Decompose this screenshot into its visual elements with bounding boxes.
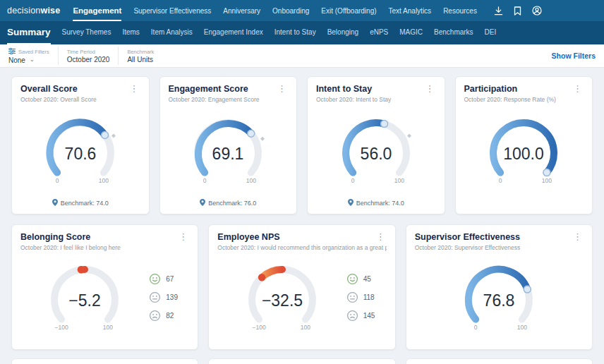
subnav-item-belonging[interactable]: Belonging	[327, 21, 358, 44]
topnav-item-onboarding[interactable]: Onboarding	[272, 0, 309, 21]
gauge-knob	[524, 286, 531, 293]
benchmark-text: Benchmark: 74.0	[356, 200, 404, 207]
stat-count: 45	[363, 275, 371, 283]
gauge-svg: −32.5−100100	[229, 260, 335, 335]
stat-sad: 82	[149, 310, 178, 322]
card-subtitle: October 2020: I feel like I belong here	[20, 244, 189, 251]
subnav-item-enps[interactable]: eNPS	[370, 21, 388, 44]
gauge-knob	[380, 120, 387, 127]
card-subtitle: October 2020: I would recommend this org…	[217, 244, 386, 251]
smiley-happy-icon	[346, 273, 358, 285]
kebab-menu-icon[interactable]: ⋮	[276, 84, 288, 93]
dashboard-content: Overall Score ⋮ October 2020: Overall Sc…	[0, 68, 604, 364]
card-row-3-partial	[11, 358, 593, 364]
card-participation: Participation ⋮ October 2020: Response R…	[455, 76, 593, 214]
kebab-menu-icon[interactable]: ⋮	[572, 84, 584, 93]
gauge-min-label: 0	[203, 176, 207, 183]
topnav-item-anniversary[interactable]: Anniversary	[223, 0, 260, 21]
stat-sad: 145	[346, 310, 375, 322]
gauge-value: 56.0	[360, 145, 392, 163]
kebab-menu-icon[interactable]: ⋮	[572, 232, 584, 241]
brand-logo-light: decision	[7, 6, 40, 16]
subnav-item-benchmarks[interactable]: Benchmarks	[434, 21, 473, 44]
gauge-min-label: 0	[351, 176, 354, 183]
kebab-menu-icon[interactable]: ⋮	[375, 232, 387, 241]
sentiment-stats: 67 139 82	[149, 273, 178, 322]
show-filters-link[interactable]: Show Filters	[552, 51, 596, 60]
subnav-item-survey-themes[interactable]: Survey Themes	[62, 21, 111, 44]
benchmark-text: Benchmark: 76.0	[208, 200, 256, 207]
brand-logo[interactable]: decisionwise	[7, 6, 60, 16]
kebab-menu-icon[interactable]: ⋮	[424, 84, 436, 93]
subnav-item-engagement-index[interactable]: Engagement Index	[204, 21, 263, 44]
benchmark-marker	[407, 133, 411, 138]
stat-happy: 45	[346, 273, 375, 285]
card-row-2: Belonging Score ⋮ October 2020: I feel l…	[11, 224, 593, 350]
gauge-min-label: 0	[55, 176, 59, 183]
stat-count: 145	[363, 312, 375, 320]
gauge-min-label: −100	[252, 323, 265, 330]
gauge-value: −5.2	[69, 291, 101, 310]
subnav-item-items[interactable]: Items	[122, 21, 139, 44]
sub-nav-menu: SummarySurvey ThemesItemsItem AnalysisEn…	[0, 21, 604, 44]
topnav-item-resources[interactable]: Resources	[443, 0, 477, 21]
benchmark-pin-icon	[52, 199, 58, 207]
gauge-value: 69.1	[212, 145, 244, 163]
bookmark-icon[interactable]	[514, 6, 521, 16]
saved-filters-group[interactable]: Saved Filters None ⌄	[8, 47, 58, 65]
card-title: Participation	[464, 84, 518, 94]
download-icon[interactable]	[494, 6, 503, 16]
topnav-item-exit-offboarding[interactable]: Exit (Offboarding)	[321, 0, 376, 21]
card-subtitle: October 2020: Response Rate (%)	[464, 96, 584, 103]
gauge-svg: 70.60100	[28, 114, 133, 188]
time-period-label: Time Period	[67, 49, 95, 55]
card-engagement-score: Engagement Score ⋮ October 2020: Engagem…	[159, 76, 298, 214]
saved-filters-select[interactable]: None ⌄	[8, 56, 49, 64]
gauge-max-label: 100	[300, 323, 310, 330]
saved-filters-value: None	[8, 56, 25, 64]
benchmark-row: Benchmark: 74.0	[316, 198, 436, 208]
smiley-neutral-icon	[149, 291, 161, 303]
gauge-chart: 70.60100	[28, 114, 133, 188]
subnav-item-intent-to-stay[interactable]: Intent to Stay	[274, 21, 316, 44]
kebab-menu-icon[interactable]: ⋮	[128, 84, 140, 93]
gauge-chart: 76.80100	[446, 260, 552, 335]
stat-neutral: 118	[346, 291, 375, 303]
card-subtitle: October 2020: Supervisor Effectiveness	[415, 244, 584, 251]
gauge-chart: 100.00100	[471, 114, 576, 188]
brand-logo-bold: wise	[40, 6, 60, 16]
filter-bar: Saved Filters None ⌄ Time Period October…	[0, 44, 604, 68]
kebab-menu-icon[interactable]: ⋮	[177, 232, 189, 241]
gauge-svg: 56.00100	[323, 114, 429, 188]
account-icon[interactable]	[532, 6, 542, 16]
gauge-value: 70.6	[64, 145, 96, 163]
gauge-svg: −5.2−100100	[32, 260, 138, 335]
topnav-item-text-analytics[interactable]: Text Analytics	[389, 0, 432, 21]
card-subtitle: October 2020: Engagement Score	[169, 96, 289, 103]
subnav-item-dei[interactable]: DEI	[485, 21, 497, 44]
gauge-knob	[543, 169, 550, 176]
stat-neutral: 139	[149, 291, 178, 303]
time-period-group[interactable]: Time Period October 2020	[58, 47, 119, 65]
gauge-max-label: 100	[246, 176, 256, 183]
subnav-item-magic[interactable]: MAGIC	[399, 21, 423, 44]
topnav-item-engagement[interactable]: Engagement	[73, 0, 121, 21]
benchmark-filter-label: Benchmark	[127, 49, 154, 55]
gauge-max-label: 100	[99, 176, 109, 183]
benchmark-group[interactable]: Benchmark All Units	[118, 47, 162, 65]
gauge-min-label: 0	[474, 323, 478, 330]
card-row-1: Overall Score ⋮ October 2020: Overall Sc…	[11, 76, 593, 214]
gauge-max-label: 100	[517, 323, 527, 330]
benchmark-marker	[260, 136, 265, 140]
topnav-item-supervisor-effectiveness[interactable]: Supervisor Effectiveness	[133, 0, 211, 21]
card-supervisor-effectiveness: Supervisor Effectiveness ⋮ October 2020:…	[406, 224, 593, 350]
top-icon-group	[494, 6, 597, 16]
subnav-item-item-analysis[interactable]: Item Analysis	[151, 21, 193, 44]
stat-count: 139	[166, 293, 178, 301]
card-employee-nps: Employee NPS ⋮ October 2020: I would rec…	[208, 224, 395, 350]
saved-filters-caption: Saved Filters	[8, 48, 49, 56]
subnav-item-summary[interactable]: Summary	[7, 21, 51, 44]
gauge-chart: 56.00100	[323, 114, 429, 188]
gauge-min-label: −100	[55, 323, 68, 330]
smiley-sad-icon	[149, 310, 161, 322]
